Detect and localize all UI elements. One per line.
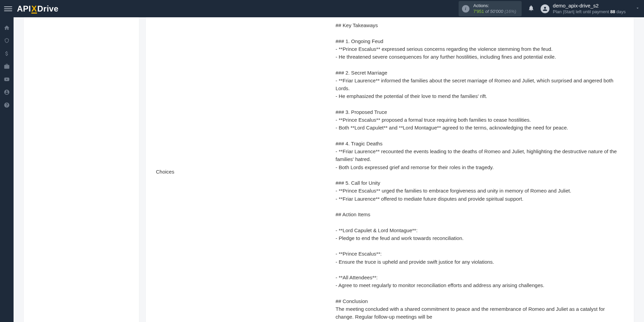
sidebar-item-home[interactable] xyxy=(0,21,14,34)
logo-drive: Drive xyxy=(37,4,59,14)
field-row: Choices ## Key Takeaways ### 1. Ongoing … xyxy=(156,21,624,321)
user-text: demo_apix-drive_s2 Plan |Start| left unt… xyxy=(553,3,626,15)
menu-toggle-button[interactable] xyxy=(4,5,12,13)
logo-x: X xyxy=(32,4,37,14)
info-icon: i xyxy=(462,5,469,13)
topbar-right: i Actions: 7'951 of 50'000 (16%) demo_ap… xyxy=(459,1,640,17)
right-panel: Choices ## Key Takeaways ### 1. Ongoing … xyxy=(146,17,634,322)
field-value: ## Key Takeaways ### 1. Ongoing Feud - *… xyxy=(336,21,624,321)
actions-box[interactable]: i Actions: 7'951 of 50'000 (16%) xyxy=(459,1,522,17)
avatar-icon xyxy=(541,4,549,13)
user-plan: Plan |Start| left until payment 88 days xyxy=(553,9,626,15)
topbar: APIXDrive i Actions: 7'951 of 50'000 (16… xyxy=(0,0,644,17)
actions-label: Actions: xyxy=(474,3,516,9)
chevron-down-icon xyxy=(629,6,640,12)
sidebar-item-account[interactable] xyxy=(0,86,14,99)
sidebar-item-help[interactable] xyxy=(0,99,14,112)
logo-api: API xyxy=(17,4,31,14)
actions-total: 50'000 xyxy=(490,9,503,14)
layout: Choices ## Key Takeaways ### 1. Ongoing … xyxy=(0,17,644,322)
cards-row: Choices ## Key Takeaways ### 1. Ongoing … xyxy=(24,17,634,322)
user-menu[interactable]: demo_apix-drive_s2 Plan |Start| left unt… xyxy=(541,3,640,15)
actions-used: 7'951 xyxy=(474,9,484,14)
user-name: demo_apix-drive_s2 xyxy=(553,3,626,9)
notifications-icon[interactable] xyxy=(528,5,535,13)
sidebar-item-connections[interactable] xyxy=(0,34,14,47)
actions-pct: (16%) xyxy=(504,9,516,14)
main-content: Choices ## Key Takeaways ### 1. Ongoing … xyxy=(14,17,644,322)
sidebar xyxy=(0,17,14,322)
sidebar-item-marketplace[interactable] xyxy=(0,60,14,73)
actions-of: of xyxy=(485,9,489,14)
sidebar-item-video[interactable] xyxy=(0,73,14,86)
actions-text: Actions: 7'951 of 50'000 (16%) xyxy=(474,3,516,15)
actions-stats: 7'951 of 50'000 (16%) xyxy=(474,9,516,15)
logo[interactable]: APIXDrive xyxy=(17,4,59,14)
left-panel xyxy=(24,17,139,322)
field-label: Choices xyxy=(156,21,322,321)
sidebar-item-billing[interactable] xyxy=(0,47,14,60)
